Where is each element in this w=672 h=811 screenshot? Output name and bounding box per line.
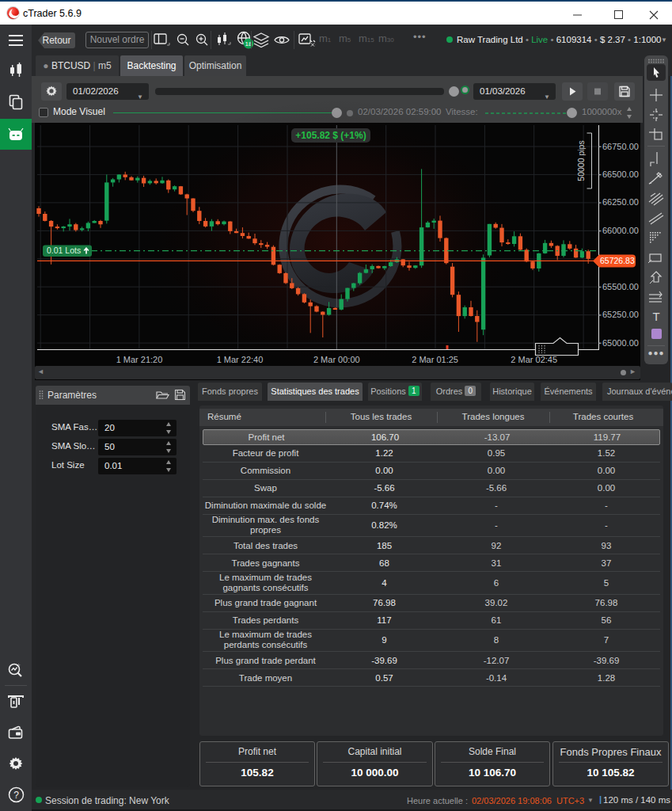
svg-text:+105.82 $ (+1%): +105.82 $ (+1%) <box>295 130 366 141</box>
svg-text:2 Mar 02:45: 2 Mar 02:45 <box>511 355 557 364</box>
svg-text:50000 pips: 50000 pips <box>576 140 586 181</box>
svg-text:1 Mar 22:40: 1 Mar 22:40 <box>217 355 264 364</box>
svg-text:65726.83: 65726.83 <box>600 256 635 265</box>
svg-text:65250.00: 65250.00 <box>602 310 639 319</box>
svg-text:0.01 Lots: 0.01 Lots <box>47 246 81 255</box>
svg-text:65500.00: 65500.00 <box>602 282 639 291</box>
svg-text:65000.00: 65000.00 <box>602 338 639 348</box>
svg-text:66250.00: 66250.00 <box>602 197 639 207</box>
svg-text:66500.00: 66500.00 <box>602 169 639 179</box>
svg-text:66750.00: 66750.00 <box>602 142 639 151</box>
svg-text:2 Mar 01:25: 2 Mar 01:25 <box>412 355 458 364</box>
svg-text:66000.00: 66000.00 <box>602 226 639 235</box>
svg-text:1 Mar 21:20: 1 Mar 21:20 <box>116 355 163 364</box>
svg-text:2 Mar 00:00: 2 Mar 00:00 <box>313 355 360 364</box>
svg-text:T: T <box>652 310 659 323</box>
svg-text:?: ? <box>13 790 19 801</box>
